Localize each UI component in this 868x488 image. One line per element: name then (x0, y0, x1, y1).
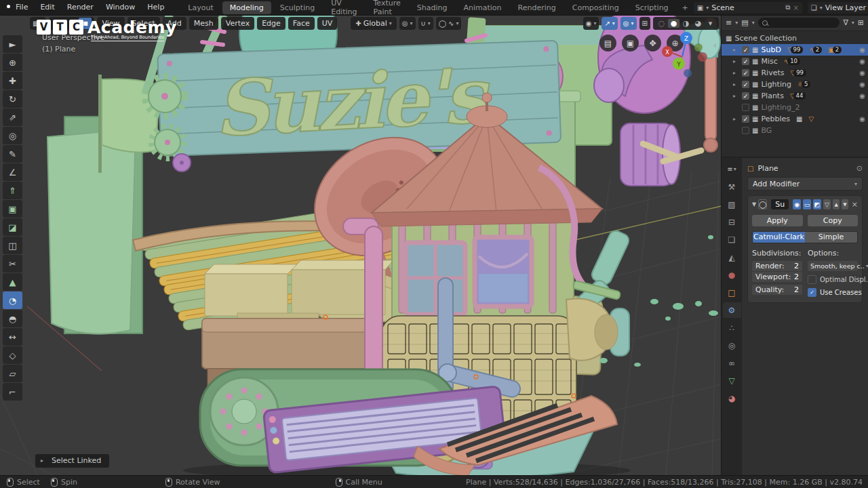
outliner-row-lighting2[interactable]: ▦ Lighting_2 (722, 102, 868, 113)
view-layer-selector[interactable]: ❏ ▾ View Layer ⧉ × (808, 2, 868, 14)
tool-select-box[interactable]: ► (3, 35, 22, 53)
modifier-name-field[interactable]: Su (771, 199, 789, 209)
tool-shrink-fatten[interactable]: ◇ (3, 346, 22, 364)
checkbox-checked[interactable]: ✓ (742, 46, 749, 54)
outliner-row-lighting[interactable]: ▸ ✓ ▦ Lighting ☼5 ◉ (722, 79, 868, 90)
add-modifier-dropdown[interactable]: Add Modifier ▾ (747, 177, 863, 190)
display-mode-icon[interactable]: ≡ (726, 18, 732, 27)
use-creases-checkbox[interactable]: ✓ (808, 288, 816, 297)
tab-material[interactable]: ◕ (723, 390, 741, 406)
gizmo-x-label[interactable]: X (665, 49, 669, 56)
tab-sculpting[interactable]: Sculpting (273, 1, 322, 14)
outliner-root-row[interactable]: ▦ Scene Collection (722, 33, 868, 44)
pin-icon[interactable]: ⊙ (856, 164, 863, 173)
tool-spin[interactable]: ◔ (3, 291, 22, 309)
xray-toggle[interactable]: ⊞ (639, 17, 650, 30)
menu-edge[interactable]: Edge (257, 17, 285, 30)
eye-icon[interactable]: ◉ (859, 81, 865, 88)
model-tower[interactable] (387, 216, 579, 319)
tool-rip-region[interactable]: ⌐ (3, 383, 22, 401)
operator-panel[interactable]: ▸ Select Linked (35, 454, 109, 468)
tool-shear[interactable]: ▱ (3, 365, 22, 382)
eye-icon[interactable]: ◉ (859, 69, 865, 77)
expand-arrow-icon[interactable]: ▸ (733, 81, 739, 87)
render-field[interactable]: Render:2 (752, 261, 802, 271)
expand-arrow-icon[interactable]: ▸ (733, 47, 739, 53)
gizmos-toggle[interactable]: ↗ ▾ (601, 17, 617, 30)
tool-inset-faces[interactable]: ▣ (3, 200, 22, 218)
checkbox-checked[interactable]: ✓ (742, 92, 749, 100)
eye-icon[interactable]: ◉ (859, 115, 865, 123)
tab-object-data[interactable]: ▽ (723, 373, 741, 388)
apply-button[interactable]: Apply (752, 215, 803, 226)
uv-smooth-dropdown[interactable]: Smooth, keep c.. ▾ (808, 261, 858, 271)
tab-scripting[interactable]: Scripting (628, 1, 676, 14)
optimal-display-checkbox[interactable] (808, 275, 816, 284)
outliner-row-pebbles[interactable]: ▸ ✓ ▦ Pebbles ▦ ▽ ◉ (722, 113, 868, 125)
proportional-editing[interactable]: ◯ ∿ ▾ (436, 17, 462, 30)
outliner-row-misc[interactable]: ▸ ✓ ▦ Misc ∿10 ◉ (722, 56, 868, 67)
tab-physics[interactable]: ◎ (723, 338, 741, 353)
viewport-visibility-toggle[interactable]: ▭ (803, 199, 811, 209)
edit-mode-toggle[interactable]: ◩ (813, 199, 821, 209)
filter-funnel-icon[interactable]: ∇ (843, 18, 848, 27)
outliner-row-subd[interactable]: ▸ ✓ ▦ SubD ▽99 ∿2 ▣2 ◉ (722, 44, 868, 56)
tab-texture-paint[interactable]: Texture Paint (366, 0, 408, 18)
tool-bevel[interactable]: ◪ (3, 218, 22, 236)
tool-knife[interactable]: ✂ (3, 255, 22, 272)
checkbox-checked[interactable]: ✓ (742, 115, 749, 123)
checkbox-checked[interactable]: ✓ (742, 69, 749, 77)
catmull-clark-button[interactable]: Catmull-Clark (753, 232, 805, 243)
scene-selector[interactable]: ▣ ▾ Scene ⧉ × (694, 2, 802, 14)
tool-annotate[interactable]: ✎ (3, 145, 22, 163)
menu-help[interactable]: Help (141, 0, 170, 15)
gizmo-z-label[interactable]: Z (684, 35, 688, 42)
material-shading-button[interactable]: ◑ (680, 19, 692, 28)
tool-edge-slide[interactable]: ↔ (3, 328, 22, 346)
tab-render[interactable]: ▧ (723, 197, 741, 212)
gizmo-y-label[interactable]: Y (676, 61, 681, 68)
tab-constraints[interactable]: ∞ (723, 355, 741, 371)
menu-edit[interactable]: Edit (34, 0, 60, 15)
menu-mesh[interactable]: Mesh (189, 17, 218, 30)
move-down-button[interactable]: ▼ (842, 199, 848, 209)
transform-orientation[interactable]: ✚ Global ▾ (351, 17, 397, 30)
copy-button[interactable]: Copy (808, 215, 859, 226)
viewport-field[interactable]: Viewport:2 (752, 272, 802, 282)
tab-animation[interactable]: Animation (456, 1, 509, 14)
tool-scale[interactable]: ⇗ (3, 108, 22, 126)
viewport-scene[interactable]: Suzie's (0, 15, 722, 476)
tool-cursor[interactable]: ⊕ (3, 54, 22, 71)
solid-shading-button[interactable]: ● (668, 19, 679, 28)
tool-smooth[interactable]: ◓ (3, 310, 22, 327)
sidebar-collapse-arrow[interactable]: ‹ (713, 41, 717, 50)
simple-button[interactable]: Simple (805, 232, 857, 243)
expand-arrow-icon[interactable]: ▸ (733, 70, 739, 76)
checkbox-unchecked[interactable] (742, 127, 749, 134)
expand-icon[interactable]: ▼ (752, 201, 756, 207)
menu-vertex[interactable]: Vertex (221, 17, 254, 30)
add-workspace-button[interactable]: + (677, 1, 693, 14)
tab-shading[interactable]: Shading (410, 1, 455, 14)
move-up-button[interactable]: ▲ (833, 199, 840, 209)
overlays-toggle[interactable]: ◎ ▾ (620, 17, 637, 30)
tool-rotate[interactable]: ↻ (3, 90, 22, 108)
pivot-point[interactable]: ◎ ▾ (399, 17, 416, 30)
tool-extrude-region[interactable]: ⇑ (3, 182, 22, 199)
navigation-gizmo[interactable]: Z X Y (659, 30, 708, 79)
wireframe-shading-button[interactable]: ◌ (656, 19, 667, 28)
menu-uv[interactable]: UV (317, 17, 338, 30)
tab-layout[interactable]: Layout (180, 1, 220, 14)
outliner-search-input[interactable] (758, 18, 840, 28)
tab-object[interactable]: □ (723, 285, 741, 300)
checkbox-checked[interactable]: ✓ (742, 58, 749, 65)
menu-render[interactable]: Render (61, 0, 100, 15)
perspective-toggle-button[interactable]: ▤ (599, 35, 616, 52)
copy-icon[interactable]: ⧉ (785, 3, 790, 12)
tab-world[interactable]: ● (723, 267, 741, 283)
tab-modifiers[interactable]: ⚙ (723, 302, 741, 318)
expand-arrow-icon[interactable]: ▸ (733, 116, 739, 122)
viewport-3d[interactable]: Suzie's (0, 15, 722, 476)
checkbox-checked[interactable]: ✓ (742, 81, 749, 88)
eye-icon[interactable]: ◉ (859, 46, 865, 54)
